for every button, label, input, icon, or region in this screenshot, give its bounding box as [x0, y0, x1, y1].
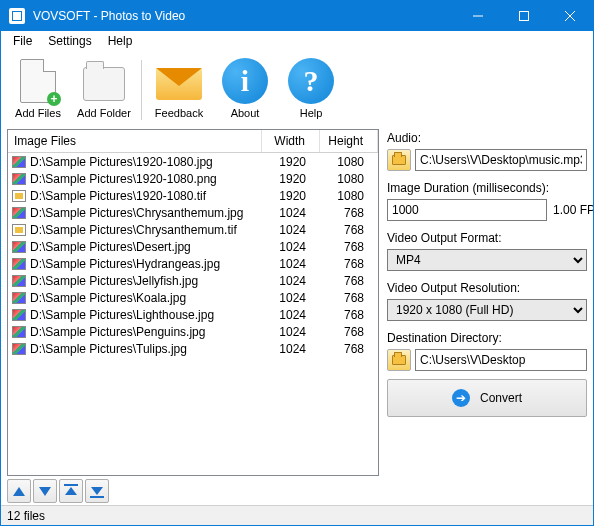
file-list[interactable]: Image Files Width Height D:\Sample Pictu… [7, 129, 379, 476]
question-icon: ? [287, 57, 335, 105]
help-button[interactable]: ? Help [278, 53, 344, 127]
app-icon [9, 8, 25, 24]
format-label: Video Output Format: [387, 231, 587, 245]
add-folder-button[interactable]: Add Folder [71, 53, 137, 127]
file-type-icon [11, 240, 27, 254]
file-height: 1080 [320, 189, 378, 203]
file-height: 768 [320, 223, 378, 237]
resolution-select[interactable]: 1920 x 1080 (Full HD) [387, 299, 587, 321]
file-type-icon [11, 189, 27, 203]
arrow-down-icon [39, 487, 51, 496]
table-row[interactable]: D:\Sample Pictures\1920-1080.tif19201080 [8, 187, 378, 204]
convert-label: Convert [480, 391, 522, 405]
file-name: D:\Sample Pictures\Hydrangeas.jpg [30, 257, 262, 271]
folder-small-icon [392, 155, 406, 165]
file-width: 1024 [262, 206, 320, 220]
file-type-icon [11, 223, 27, 237]
minimize-button[interactable] [455, 1, 501, 31]
info-icon: i [221, 57, 269, 105]
duration-label: Image Duration (milliseconds): [387, 181, 587, 195]
list-rows[interactable]: D:\Sample Pictures\1920-1080.jpg19201080… [8, 153, 378, 475]
file-width: 1024 [262, 325, 320, 339]
menu-file[interactable]: File [5, 32, 40, 50]
file-type-icon [11, 274, 27, 288]
add-files-label: Add Files [15, 107, 61, 119]
file-height: 1080 [320, 172, 378, 186]
about-button[interactable]: i About [212, 53, 278, 127]
table-row[interactable]: D:\Sample Pictures\Koala.jpg1024768 [8, 289, 378, 306]
file-name: D:\Sample Pictures\Desert.jpg [30, 240, 262, 254]
convert-arrow-icon: ➔ [452, 389, 470, 407]
destination-label: Destination Directory: [387, 331, 587, 345]
duration-input[interactable] [387, 199, 547, 221]
list-header: Image Files Width Height [8, 130, 378, 153]
col-height[interactable]: Height [320, 130, 378, 152]
menu-bar: File Settings Help [1, 31, 593, 51]
file-width: 1920 [262, 189, 320, 203]
arrow-bottom-icon [90, 484, 104, 498]
arrow-up-icon [13, 487, 25, 496]
menu-help[interactable]: Help [100, 32, 141, 50]
table-row[interactable]: D:\Sample Pictures\Chrysanthemum.jpg1024… [8, 204, 378, 221]
table-row[interactable]: D:\Sample Pictures\Penguins.jpg1024768 [8, 323, 378, 340]
file-width: 1024 [262, 291, 320, 305]
file-name: D:\Sample Pictures\Jellyfish.jpg [30, 274, 262, 288]
move-bottom-button[interactable] [85, 479, 109, 503]
feedback-button[interactable]: Feedback [146, 53, 212, 127]
resolution-label: Video Output Resolution: [387, 281, 587, 295]
title-bar: VOVSOFT - Photos to Video [1, 1, 593, 31]
table-row[interactable]: D:\Sample Pictures\1920-1080.png19201080 [8, 170, 378, 187]
audio-label: Audio: [387, 131, 587, 145]
add-folder-label: Add Folder [77, 107, 131, 119]
file-type-icon [11, 308, 27, 322]
table-row[interactable]: D:\Sample Pictures\Hydrangeas.jpg1024768 [8, 255, 378, 272]
file-height: 768 [320, 274, 378, 288]
col-name[interactable]: Image Files [8, 130, 262, 152]
destination-input[interactable] [415, 349, 587, 371]
file-height: 768 [320, 308, 378, 322]
fps-label: 1.00 FPS [553, 203, 594, 217]
browse-audio-button[interactable] [387, 149, 411, 171]
file-width: 1920 [262, 172, 320, 186]
file-type-icon [11, 206, 27, 220]
table-row[interactable]: D:\Sample Pictures\Desert.jpg1024768 [8, 238, 378, 255]
file-height: 1080 [320, 155, 378, 169]
help-label: Help [300, 107, 323, 119]
add-files-button[interactable]: + Add Files [5, 53, 71, 127]
folder-small-icon [392, 355, 406, 365]
move-down-button[interactable] [33, 479, 57, 503]
convert-button[interactable]: ➔ Convert [387, 379, 587, 417]
move-top-button[interactable] [59, 479, 83, 503]
file-height: 768 [320, 325, 378, 339]
file-width: 1024 [262, 342, 320, 356]
about-label: About [231, 107, 260, 119]
file-width: 1920 [262, 155, 320, 169]
arrow-top-icon [64, 484, 78, 498]
file-name: D:\Sample Pictures\1920-1080.jpg [30, 155, 262, 169]
file-height: 768 [320, 342, 378, 356]
menu-settings[interactable]: Settings [40, 32, 99, 50]
file-add-icon: + [14, 57, 62, 105]
file-name: D:\Sample Pictures\Koala.jpg [30, 291, 262, 305]
col-width[interactable]: Width [262, 130, 320, 152]
move-up-button[interactable] [7, 479, 31, 503]
file-name: D:\Sample Pictures\1920-1080.tif [30, 189, 262, 203]
maximize-button[interactable] [501, 1, 547, 31]
file-width: 1024 [262, 308, 320, 322]
settings-panel: Audio: Image Duration (milliseconds): 1.… [387, 129, 587, 505]
file-type-icon [11, 325, 27, 339]
table-row[interactable]: D:\Sample Pictures\Tulips.jpg1024768 [8, 340, 378, 357]
file-type-icon [11, 342, 27, 356]
table-row[interactable]: D:\Sample Pictures\1920-1080.jpg19201080 [8, 153, 378, 170]
table-row[interactable]: D:\Sample Pictures\Chrysanthemum.tif1024… [8, 221, 378, 238]
folder-icon [80, 57, 128, 105]
table-row[interactable]: D:\Sample Pictures\Jellyfish.jpg1024768 [8, 272, 378, 289]
audio-input[interactable] [415, 149, 587, 171]
file-type-icon [11, 291, 27, 305]
table-row[interactable]: D:\Sample Pictures\Lighthouse.jpg1024768 [8, 306, 378, 323]
browse-destination-button[interactable] [387, 349, 411, 371]
file-name: D:\Sample Pictures\Tulips.jpg [30, 342, 262, 356]
close-button[interactable] [547, 1, 593, 31]
format-select[interactable]: MP4 [387, 249, 587, 271]
status-text: 12 files [7, 509, 45, 523]
